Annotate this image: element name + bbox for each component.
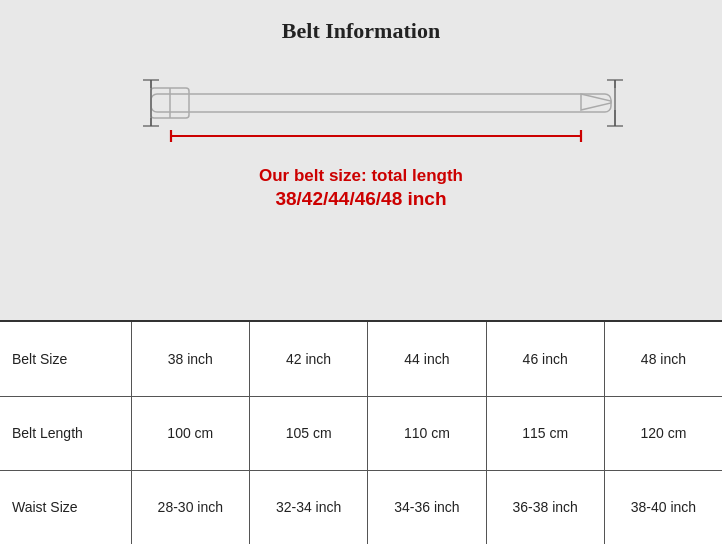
cell-ws-2: 32-34 inch (249, 470, 367, 544)
cell-ws-3: 34-36 inch (368, 470, 486, 544)
cell-ws-4: 36-38 inch (486, 470, 604, 544)
cell-ws-5: 38-40 inch (604, 470, 722, 544)
cell-bs-5: 48 inch (604, 322, 722, 396)
svg-rect-0 (151, 94, 611, 112)
cell-ws-1: 28-30 inch (131, 470, 249, 544)
cell-bl-4: 115 cm (486, 396, 604, 470)
cell-bs-1: 38 inch (131, 322, 249, 396)
belt-size-line2: 38/42/44/46/48 inch (259, 188, 463, 210)
page-title: Belt Information (282, 18, 440, 44)
label-belt-size: Belt Size (0, 322, 131, 396)
info-section: Belt Information (0, 0, 722, 320)
cell-bs-3: 44 inch (368, 322, 486, 396)
svg-marker-3 (581, 94, 611, 110)
belt-size-text: Our belt size: total length 38/42/44/46/… (259, 166, 463, 210)
label-waist-size: Waist Size (0, 470, 131, 544)
cell-bs-2: 42 inch (249, 322, 367, 396)
cell-bl-2: 105 cm (249, 396, 367, 470)
cell-bl-5: 120 cm (604, 396, 722, 470)
label-belt-length: Belt Length (0, 396, 131, 470)
table-row-belt-length: Belt Length 100 cm 105 cm 110 cm 115 cm … (0, 396, 722, 470)
cell-bl-1: 100 cm (131, 396, 249, 470)
size-table: Belt Size 38 inch 42 inch 44 inch 46 inc… (0, 322, 722, 544)
cell-bs-4: 46 inch (486, 322, 604, 396)
belt-size-line1: Our belt size: total length (259, 166, 463, 186)
belt-diagram (91, 66, 631, 156)
size-table-section: Belt Size 38 inch 42 inch 44 inch 46 inc… (0, 320, 722, 544)
table-row-belt-size: Belt Size 38 inch 42 inch 44 inch 46 inc… (0, 322, 722, 396)
main-container: Belt Information (0, 0, 722, 544)
cell-bl-3: 110 cm (368, 396, 486, 470)
table-row-waist-size: Waist Size 28-30 inch 32-34 inch 34-36 i… (0, 470, 722, 544)
